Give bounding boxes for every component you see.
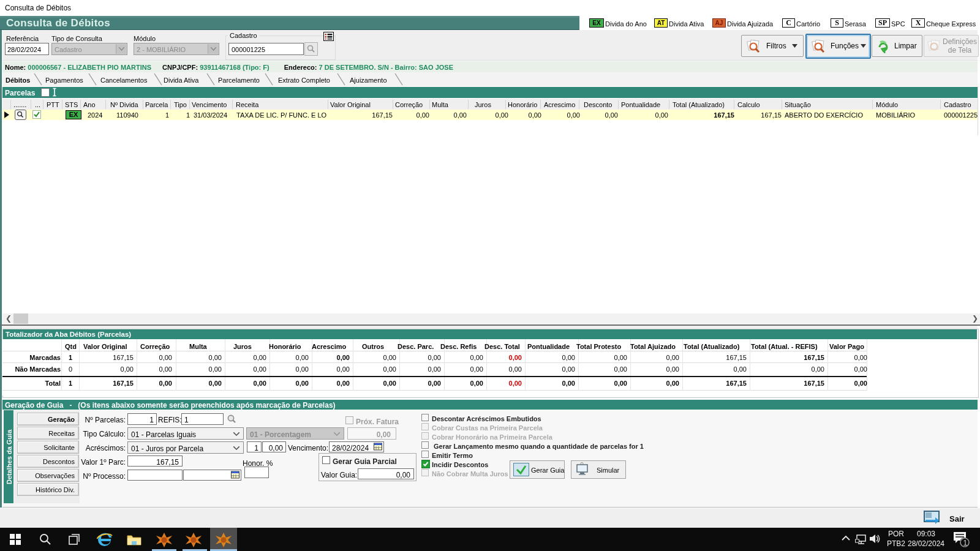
svg-text:1: 1 — [963, 539, 968, 547]
